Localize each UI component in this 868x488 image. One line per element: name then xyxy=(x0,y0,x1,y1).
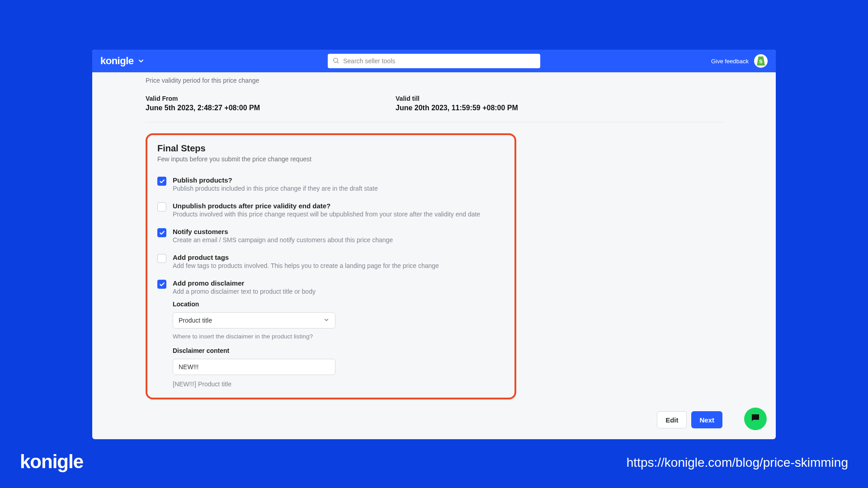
checkbox-publish-products[interactable] xyxy=(157,177,166,186)
topbar-right: Give feedback xyxy=(711,54,768,68)
overlay-brand: konigle xyxy=(20,451,83,473)
disclaimer-content-label: Disclaimer content xyxy=(173,347,505,354)
edit-button-label: Edit xyxy=(665,416,678,424)
option-title: Add product tags xyxy=(173,253,439,261)
option-add-promo-disclaimer: Add promo disclaimer Add a promo disclai… xyxy=(157,279,505,295)
topbar: konigle Search seller tools Give feedbac… xyxy=(92,50,776,72)
valid-till: Valid till June 20th 2023, 11:59:59 +08:… xyxy=(396,95,518,112)
next-button[interactable]: Next xyxy=(691,411,722,428)
location-select[interactable]: Product title xyxy=(173,312,335,328)
edit-button[interactable]: Edit xyxy=(657,411,687,428)
search-input[interactable]: Search seller tools xyxy=(328,54,540,68)
valid-from-value: June 5th 2023, 2:48:27 +08:00 PM xyxy=(146,104,260,112)
promo-disclaimer-fields: Location Product title Where to insert t… xyxy=(173,300,505,388)
shopify-icon xyxy=(757,56,765,66)
checkbox-notify-customers[interactable] xyxy=(157,228,166,237)
valid-till-label: Valid till xyxy=(396,95,518,102)
option-unpublish-after-end: Unpublish products after price validity … xyxy=(157,202,505,218)
chat-fab[interactable] xyxy=(744,408,767,430)
option-desc: Publish products included in this price … xyxy=(173,185,378,192)
divider xyxy=(146,122,722,122)
disclaimer-content-input[interactable] xyxy=(173,359,335,375)
search-icon xyxy=(332,57,340,66)
svg-point-0 xyxy=(334,58,338,62)
option-title: Publish products? xyxy=(173,176,378,184)
svg-line-1 xyxy=(337,62,339,63)
brand-menu[interactable]: konigle xyxy=(100,55,145,67)
chevron-down-icon xyxy=(137,57,145,65)
location-hint: Where to insert the disclaimer in the pr… xyxy=(173,333,505,340)
final-steps-title: Final Steps xyxy=(157,143,505,154)
final-options: Publish products? Publish products inclu… xyxy=(157,176,505,388)
chevron-down-icon xyxy=(323,317,330,324)
option-publish-products: Publish products? Publish products inclu… xyxy=(157,176,505,192)
final-steps-subtitle: Few inputs before you submit the price c… xyxy=(157,155,505,163)
app-window: konigle Search seller tools Give feedbac… xyxy=(92,50,776,439)
valid-till-value: June 20th 2023, 11:59:59 +08:00 PM xyxy=(396,104,518,112)
brand-text: konigle xyxy=(100,55,134,67)
feedback-link[interactable]: Give feedback xyxy=(711,58,749,65)
validity-description: Price validity period for this price cha… xyxy=(146,77,722,84)
option-desc: Add a promo disclaimer text to product t… xyxy=(173,288,316,295)
content: Price validity period for this price cha… xyxy=(92,72,776,439)
checkbox-add-promo-disclaimer[interactable] xyxy=(157,280,166,289)
search-placeholder: Search seller tools xyxy=(343,57,395,65)
valid-from-label: Valid From xyxy=(146,95,260,102)
option-notify-customers: Notify customers Create an email / SMS c… xyxy=(157,228,505,244)
option-desc: Products involved with this price change… xyxy=(173,211,480,218)
checkbox-unpublish-after-end[interactable] xyxy=(157,202,166,211)
option-title: Add promo disclaimer xyxy=(173,279,316,287)
overlay-url: https://konigle.com/blog/price-skimming xyxy=(627,455,848,470)
option-title: Notify customers xyxy=(173,228,393,235)
valid-from: Valid From June 5th 2023, 2:48:27 +08:00… xyxy=(146,95,260,112)
store-avatar[interactable] xyxy=(754,54,768,68)
validity-row: Valid From June 5th 2023, 2:48:27 +08:00… xyxy=(146,95,722,112)
chat-icon xyxy=(750,413,761,425)
location-value: Product title xyxy=(179,317,212,324)
option-title: Unpublish products after price validity … xyxy=(173,202,480,210)
option-add-product-tags: Add product tags Add few tags to product… xyxy=(157,253,505,269)
disclaimer-preview: [NEW!!!] Product title xyxy=(173,380,505,388)
option-desc: Create an email / SMS campaign and notif… xyxy=(173,236,393,244)
final-steps-panel: Final Steps Few inputs before you submit… xyxy=(146,133,516,399)
location-label: Location xyxy=(173,300,505,308)
option-add-promo-disclaimer-group: Add promo disclaimer Add a promo disclai… xyxy=(157,279,505,388)
checkbox-add-product-tags[interactable] xyxy=(157,254,166,263)
next-button-label: Next xyxy=(699,416,714,424)
footer-actions: Edit Next xyxy=(657,411,722,428)
option-desc: Add few tags to products involved. This … xyxy=(173,262,439,269)
